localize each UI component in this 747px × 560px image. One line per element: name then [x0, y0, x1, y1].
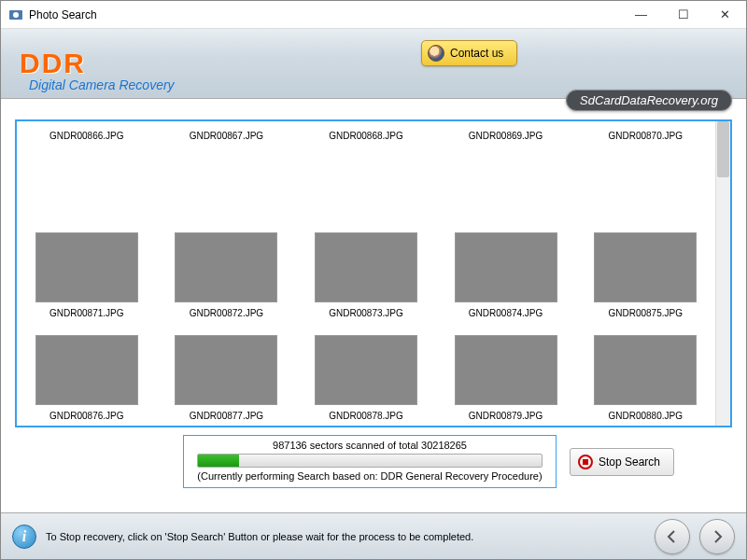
thumbnail-cell[interactable]: GNDR00875.JPG: [575, 224, 715, 327]
footer: i To Stop recovery, click on 'Stop Searc…: [1, 512, 746, 559]
file-name: GNDR00867.JPG: [190, 131, 263, 141]
thumbnail-image: [594, 335, 697, 405]
thumbnail-image: [594, 232, 697, 302]
file-name: GNDR00866.JPG: [49, 131, 123, 141]
thumbnail-image: [315, 335, 417, 405]
progress-box: 987136 sectors scanned of total 30218265…: [183, 435, 557, 488]
file-name: GNDR00880.JPG: [608, 411, 682, 421]
thumbnail-cell[interactable]: GNDR00868.JPG: [296, 121, 436, 224]
progress-fill: [198, 455, 239, 467]
logo: DDR: [20, 48, 86, 79]
stop-label: Stop Search: [599, 455, 660, 469]
svg-point-1: [13, 12, 19, 18]
thumbnail-image: [175, 335, 277, 405]
thumbnail-image: [175, 232, 277, 302]
file-name: GNDR00870.JPG: [608, 131, 682, 141]
stop-icon: [578, 455, 593, 469]
contact-us-button[interactable]: Contact us: [421, 40, 517, 66]
file-name: GNDR00878.JPG: [329, 411, 402, 421]
stop-search-button[interactable]: Stop Search: [570, 448, 674, 476]
file-name: GNDR00876.JPG: [49, 411, 123, 421]
thumbnail-cell[interactable]: GNDR00871.JPG: [17, 224, 157, 327]
thumbnail-grid: GNDR00866.JPGGNDR00867.JPGGNDR00868.JPGG…: [17, 121, 715, 426]
footer-hint: To Stop recovery, click on 'Stop Search'…: [46, 531, 645, 542]
thumbnail-cell[interactable]: GNDR00867.JPG: [157, 121, 297, 224]
thumbnail-cell[interactable]: GNDR00877.JPG: [157, 327, 297, 426]
sectors-text: 987136 sectors scanned of total 30218265: [273, 440, 467, 451]
header-banner: DDR Digital Camera Recovery Contact us S…: [1, 29, 746, 99]
progress-row: 987136 sectors scanned of total 30218265…: [15, 435, 732, 488]
thumbnail-image: [455, 232, 557, 302]
thumbnail-cell[interactable]: GNDR00874.JPG: [436, 224, 576, 327]
contact-label: Contact us: [450, 47, 503, 60]
file-name: GNDR00877.JPG: [190, 411, 263, 421]
file-name: GNDR00868.JPG: [329, 131, 402, 141]
thumbnail-image: [35, 232, 138, 302]
close-button[interactable]: ✕: [704, 1, 746, 29]
maximize-button[interactable]: ☐: [662, 1, 704, 29]
subtitle: Digital Camera Recovery: [29, 77, 175, 92]
window-title: Photo Search: [29, 8, 620, 21]
thumbnail-cell[interactable]: GNDR00880.JPG: [575, 327, 715, 426]
minimize-button[interactable]: —: [620, 1, 662, 29]
scrollbar-thumb[interactable]: [717, 121, 729, 177]
thumbnail-cell[interactable]: GNDR00876.JPG: [17, 327, 157, 426]
thumbnail-image: [35, 335, 138, 405]
file-name: GNDR00871.JPG: [49, 308, 123, 318]
scrollbar[interactable]: [715, 121, 730, 426]
method-text: (Currently performing Search based on: D…: [197, 470, 542, 482]
file-name: GNDR00874.JPG: [469, 308, 543, 318]
file-name: GNDR00869.JPG: [469, 131, 543, 141]
thumbnail-cell[interactable]: GNDR00878.JPG: [296, 327, 436, 426]
app-icon: [8, 7, 23, 22]
thumbnail-cell[interactable]: GNDR00870.JPG: [575, 121, 715, 224]
thumbnail-cell[interactable]: GNDR00873.JPG: [296, 224, 436, 327]
thumbnail-cell[interactable]: GNDR00879.JPG: [436, 327, 576, 426]
thumbnail-image: [315, 232, 417, 302]
thumbnail-cell[interactable]: GNDR00866.JPG: [17, 121, 157, 224]
file-name: GNDR00873.JPG: [329, 308, 402, 318]
site-badge: SdCardDataRecovery.org: [566, 90, 732, 111]
person-icon: [428, 45, 444, 62]
thumbnail-cell[interactable]: GNDR00872.JPG: [157, 224, 297, 327]
thumbnail-image: [455, 335, 557, 405]
file-name: GNDR00872.JPG: [190, 308, 263, 318]
file-name: GNDR00879.JPG: [469, 411, 543, 421]
back-button[interactable]: [655, 519, 690, 554]
info-icon: i: [12, 525, 36, 549]
progress-bar: [197, 454, 543, 468]
titlebar: Photo Search — ☐ ✕: [1, 1, 746, 29]
content-area: GNDR00866.JPGGNDR00867.JPGGNDR00868.JPGG…: [1, 99, 746, 512]
thumbnail-grid-box: GNDR00866.JPGGNDR00867.JPGGNDR00868.JPGG…: [15, 119, 732, 427]
file-name: GNDR00875.JPG: [608, 308, 682, 318]
thumbnail-cell[interactable]: GNDR00869.JPG: [436, 121, 576, 224]
next-button[interactable]: [699, 519, 735, 554]
